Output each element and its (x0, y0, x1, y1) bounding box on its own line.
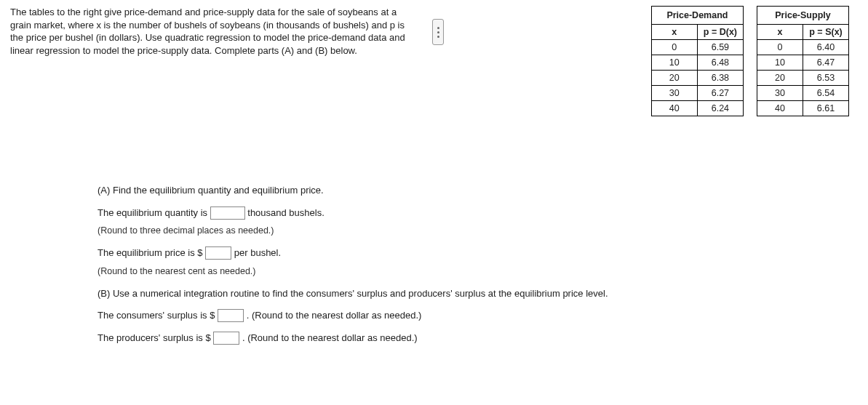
ps-post: . (Round to the nearest dollar as needed… (242, 332, 418, 343)
problem-statement: The tables to the right give price-deman… (10, 6, 418, 57)
ps-pre: The producers' surplus is $ (97, 332, 211, 343)
cell: 20 (757, 71, 803, 86)
supply-title: Price-Supply (757, 7, 849, 25)
producers-surplus-input[interactable] (213, 332, 239, 345)
cell: 6.38 (697, 71, 743, 86)
consumers-surplus-input[interactable] (218, 309, 244, 322)
part-b-heading: (B) Use a numerical integration routine … (97, 285, 752, 303)
cell: 10 (757, 55, 803, 71)
price-supply-table: Price-Supply x p = S(x) 06.40 106.47 206… (757, 6, 849, 116)
cell: 20 (651, 71, 697, 86)
cell: 0 (651, 40, 697, 55)
cell: 6.59 (697, 40, 743, 55)
eq-qty-pre: The equilibrium quantity is (97, 207, 210, 218)
supply-x-head: x (757, 25, 803, 40)
equilibrium-quantity-input[interactable] (210, 206, 245, 220)
cs-post: . (Round to the nearest dollar as needed… (247, 310, 422, 321)
supply-p-head: p = S(x) (803, 25, 849, 40)
cell: 6.53 (803, 71, 849, 86)
eq-price-hint: (Round to the nearest cent as needed.) (97, 266, 256, 276)
cell: 30 (651, 86, 697, 101)
cell: 6.40 (803, 40, 849, 55)
equilibrium-price-input[interactable] (205, 246, 231, 260)
cell: 6.61 (803, 101, 849, 116)
demand-title: Price-Demand (651, 7, 743, 25)
cell: 0 (757, 40, 803, 55)
eq-price-pre: The equilibrium price is $ (97, 247, 203, 258)
part-a-heading: (A) Find the equilibrium quantity and eq… (97, 182, 752, 200)
consumers-surplus-line: The consumers' surplus is $ . (Round to … (97, 307, 752, 325)
cell: 40 (651, 101, 697, 116)
eq-qty-post: thousand bushels. (247, 207, 324, 218)
producers-surplus-line: The producers' surplus is $ . (Round to … (97, 329, 752, 348)
cell: 6.54 (803, 86, 849, 101)
expand-toggle[interactable] (432, 19, 444, 45)
cell: 40 (757, 101, 803, 116)
eq-price-line: The equilibrium price is $ per bushel. (… (97, 244, 752, 280)
data-tables: Price-Demand x p = D(x) 06.59 106.48 206… (651, 6, 849, 116)
cell: 6.24 (697, 101, 743, 116)
price-demand-table: Price-Demand x p = D(x) 06.59 106.48 206… (651, 6, 744, 116)
eq-qty-hint: (Round to three decimal places as needed… (97, 225, 274, 236)
cell: 30 (757, 86, 803, 101)
demand-x-head: x (651, 25, 697, 40)
demand-p-head: p = D(x) (697, 25, 743, 40)
cell: 6.27 (697, 86, 743, 101)
cell: 10 (651, 55, 697, 71)
eq-quantity-line: The equilibrium quantity is thousand bus… (97, 204, 752, 240)
eq-price-post: per bushel. (234, 247, 281, 258)
cell: 6.48 (697, 55, 743, 71)
cs-pre: The consumers' surplus is $ (97, 310, 215, 321)
cell: 6.47 (803, 55, 849, 71)
